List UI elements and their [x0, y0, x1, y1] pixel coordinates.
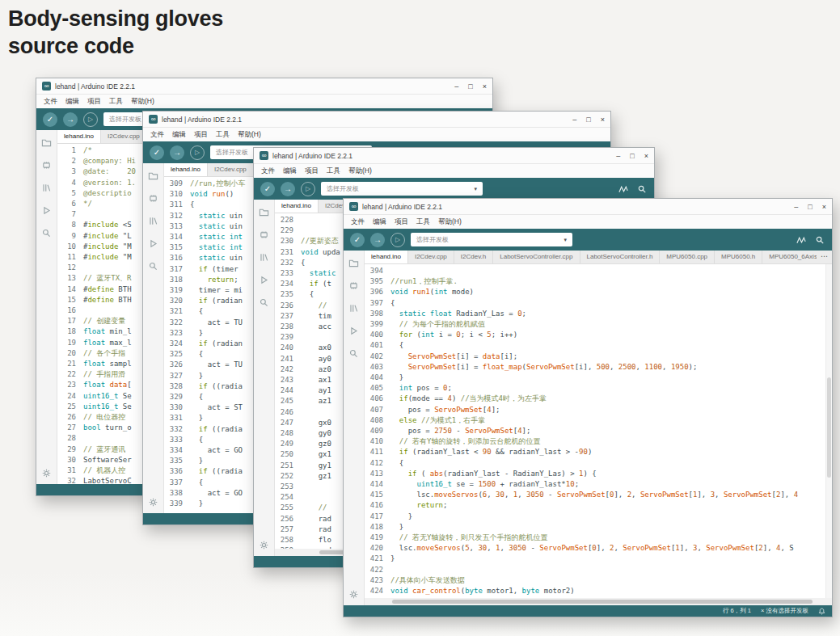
editor-tab[interactable]: lehand.ino [164, 163, 208, 176]
editor-tab[interactable]: LabotServoController.cpp [493, 251, 580, 263]
notifications-icon[interactable] [818, 608, 825, 615]
serial-plotter-icon[interactable] [618, 184, 629, 194]
editor-tab[interactable]: MPU6050_6Axis_MotionApps20.h [762, 251, 817, 263]
board-selector[interactable]: 选择开发板 ▾ [321, 182, 483, 196]
debug-icon[interactable] [348, 326, 359, 336]
editor-tab[interactable]: I2Cdev.cpp [408, 251, 454, 263]
editor-tab[interactable]: I2Cdev.cpp [101, 130, 147, 143]
maximize-button[interactable]: □ [468, 82, 472, 91]
menu-item[interactable]: 文件 [261, 166, 275, 176]
menu-item[interactable]: 编辑 [65, 97, 79, 107]
boards-manager-icon[interactable] [259, 230, 269, 240]
gear-icon[interactable] [41, 468, 52, 478]
titlebar[interactable]: ∞ lehand | Arduino IDE 2.2.1 – □ × [36, 78, 492, 95]
menu-item[interactable]: 编辑 [172, 130, 186, 140]
titlebar[interactable]: ∞ lehand | Arduino IDE 2.2.1 – □ × [254, 148, 654, 164]
maximize-button[interactable]: □ [808, 203, 812, 211]
debug-icon[interactable] [148, 238, 158, 249]
menu-item[interactable]: 帮助(H) [348, 166, 372, 176]
menu-item[interactable]: 帮助(H) [131, 97, 154, 107]
menu-item[interactable]: 工具 [416, 217, 430, 227]
upload-button[interactable]: → [281, 182, 295, 196]
menu-item[interactable]: 项目 [87, 97, 101, 107]
editor-tab[interactable]: lehand.ino [275, 200, 319, 213]
titlebar[interactable]: ∞ lehand | Arduino IDE 2.2.1 – □ × [143, 112, 610, 128]
menu-item[interactable]: 文件 [150, 130, 164, 140]
tab-overflow-indicator[interactable]: ⋯ [817, 251, 832, 263]
minimize-button[interactable]: – [572, 116, 576, 124]
debug-icon[interactable] [259, 275, 269, 285]
close-button[interactable]: × [644, 152, 648, 160]
menu-item[interactable]: 帮助(H) [238, 130, 261, 140]
boards-manager-icon[interactable] [148, 193, 158, 204]
debug-icon[interactable] [41, 205, 52, 216]
horizontal-scrollbar[interactable] [365, 598, 832, 605]
verify-button[interactable]: ✓ [43, 112, 57, 127]
upload-button[interactable]: → [170, 145, 184, 160]
library-manager-icon[interactable] [148, 216, 158, 226]
verify-button[interactable]: ✓ [350, 233, 365, 247]
vertical-scrollbar[interactable] [825, 264, 832, 598]
editor-tab[interactable]: lehand.ino [365, 251, 408, 263]
menu-item[interactable]: 项目 [305, 166, 319, 176]
menu-item[interactable]: 工具 [327, 166, 340, 176]
menu-item[interactable]: 文件 [44, 97, 57, 107]
editor-tab[interactable]: lehand.ino [57, 130, 101, 143]
editor-tab[interactable]: I2Cdev.cpp [208, 163, 254, 176]
sketchbook-folder-icon[interactable] [259, 207, 269, 217]
verify-button[interactable]: ✓ [150, 145, 164, 160]
menu-item[interactable]: 帮助(H) [438, 217, 462, 227]
search-icon[interactable] [41, 228, 52, 238]
menu-item[interactable]: 文件 [351, 217, 365, 227]
menu-item[interactable]: 项目 [194, 130, 208, 140]
sketchbook-folder-icon[interactable] [148, 171, 158, 181]
debug-button[interactable]: ▷ [190, 145, 205, 160]
editor-tab[interactable]: MPU6050.cpp [660, 251, 715, 263]
search-icon[interactable] [348, 348, 359, 359]
minimize-button[interactable]: – [794, 203, 798, 211]
serial-plotter-icon[interactable] [796, 235, 807, 245]
serial-monitor-icon[interactable] [815, 235, 825, 245]
gear-icon[interactable] [348, 589, 359, 600]
editor-tab[interactable]: I2Cdev.h [454, 251, 493, 263]
titlebar[interactable]: ∞ lehand | Arduino IDE 2.2.1 – □ × [344, 199, 832, 215]
menu-item[interactable]: 编辑 [283, 166, 297, 176]
menu-item[interactable]: 项目 [395, 217, 408, 227]
debug-button[interactable]: ▷ [390, 233, 405, 247]
gear-icon[interactable] [259, 540, 269, 550]
search-icon[interactable] [259, 297, 269, 308]
board-selector[interactable]: 选择开发板 ▾ [411, 233, 572, 246]
boards-manager-icon[interactable] [348, 280, 359, 291]
close-button[interactable]: × [483, 82, 487, 91]
menu-item[interactable]: 工具 [109, 97, 123, 107]
board-status[interactable]: × 没有选择开发板 [761, 607, 808, 615]
maximize-button[interactable]: □ [586, 116, 590, 124]
sketchbook-folder-icon[interactable] [41, 137, 52, 148]
toolbar: ✓ → ▷ 选择开发板 ▾ [344, 229, 832, 251]
sketchbook-folder-icon[interactable] [348, 258, 359, 268]
upload-button[interactable]: → [370, 233, 385, 247]
gear-icon[interactable] [148, 497, 158, 508]
minimize-button[interactable]: – [454, 82, 458, 91]
code-editor[interactable]: 394395//run1，控制手掌.396void run1(int mode)… [365, 264, 832, 598]
library-manager-icon[interactable] [259, 252, 269, 263]
debug-button[interactable]: ▷ [301, 182, 315, 196]
editor-tab[interactable]: MPU6050.h [715, 251, 762, 263]
editor-tab[interactable]: LabotServoController.h [580, 251, 661, 263]
close-button[interactable]: × [601, 116, 605, 124]
library-manager-icon[interactable] [41, 183, 52, 193]
verify-button[interactable]: ✓ [260, 182, 275, 196]
serial-monitor-icon[interactable] [637, 184, 648, 194]
code-line: 408 else //为模式1，右手掌 [365, 415, 825, 426]
library-manager-icon[interactable] [348, 303, 359, 314]
menu-item[interactable]: 编辑 [373, 217, 386, 227]
menu-item[interactable]: 工具 [216, 130, 230, 140]
debug-button[interactable]: ▷ [83, 112, 98, 127]
upload-button[interactable]: → [63, 112, 78, 127]
minimize-button[interactable]: – [616, 152, 620, 160]
maximize-button[interactable]: □ [630, 152, 634, 160]
boards-manager-icon[interactable] [41, 160, 52, 171]
search-icon[interactable] [148, 261, 158, 272]
close-button[interactable]: × [822, 203, 826, 211]
menubar: 文件编辑项目工具帮助(H) [143, 128, 610, 141]
